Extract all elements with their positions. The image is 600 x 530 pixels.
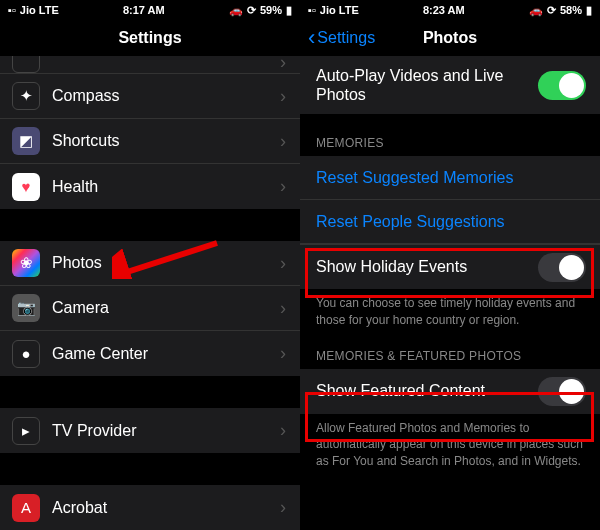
page-title: Settings: [118, 29, 181, 47]
car-icon: 🚗: [229, 4, 243, 17]
rotation-lock-icon: ⟳: [247, 4, 256, 17]
health-label: Health: [52, 178, 280, 196]
car-icon: 🚗: [529, 4, 543, 17]
row-acrobat[interactable]: AAcrobat›: [0, 485, 300, 530]
autoplay-row[interactable]: Auto-Play Videos and Live Photos: [300, 56, 600, 114]
tv-provider-label: TV Provider: [52, 422, 280, 440]
compass-label: Compass: [52, 87, 280, 105]
row-compass[interactable]: ✦Compass›: [0, 74, 300, 119]
row-health[interactable]: ♥Health›: [0, 164, 300, 209]
signal-icon: ▪▫: [308, 4, 316, 16]
annotation-box-holiday: [305, 248, 594, 298]
row-camera[interactable]: 📷Camera›: [0, 286, 300, 331]
photos-icon: ❀: [12, 249, 40, 277]
carrier-label: Jio LTE: [320, 4, 359, 16]
back-button[interactable]: ‹Settings: [308, 27, 375, 49]
header: Settings: [0, 20, 300, 56]
reset-memories-button[interactable]: Reset Suggested Memories: [300, 156, 600, 200]
chevron-right-icon: ›: [280, 497, 286, 518]
annotation-arrow: [112, 237, 222, 279]
header: ‹Settings Photos: [300, 20, 600, 56]
tv-provider-icon: ▸: [12, 417, 40, 445]
chevron-right-icon: ›: [280, 253, 286, 274]
game-center-icon: ●: [12, 340, 40, 368]
game-center-label: Game Center: [52, 345, 280, 363]
acrobat-label: Acrobat: [52, 499, 280, 517]
camera-icon: 📷: [12, 294, 40, 322]
shortcuts-icon: ◩: [12, 127, 40, 155]
chevron-left-icon: ‹: [308, 27, 315, 49]
photos-pane: ▪▫Jio LTE 8:23 AM 🚗⟳58%▮ ‹Settings Photo…: [300, 0, 600, 530]
signal-icon: ▪▫: [8, 4, 16, 16]
acrobat-icon: A: [12, 494, 40, 522]
unknown-icon: [12, 56, 40, 73]
row-unknown[interactable]: ›: [0, 56, 300, 74]
reset-people-label: Reset People Suggestions: [316, 213, 505, 231]
autoplay-switch[interactable]: [538, 71, 586, 100]
battery-label: 59%: [260, 4, 282, 16]
compass-icon: ✦: [12, 82, 40, 110]
camera-label: Camera: [52, 299, 280, 317]
back-label: Settings: [317, 29, 375, 47]
chevron-right-icon: ›: [280, 56, 286, 73]
chevron-right-icon: ›: [280, 298, 286, 319]
chevron-right-icon: ›: [280, 86, 286, 107]
chevron-right-icon: ›: [280, 131, 286, 152]
row-tv-provider[interactable]: ▸TV Provider›: [0, 408, 300, 453]
battery-icon: ▮: [586, 4, 592, 17]
battery-label: 58%: [560, 4, 582, 16]
clock-label: 8:17 AM: [123, 4, 165, 16]
status-bar: ▪▫Jio LTE 8:17 AM 🚗⟳59%▮: [0, 0, 300, 20]
rotation-lock-icon: ⟳: [547, 4, 556, 17]
battery-icon: ▮: [286, 4, 292, 17]
row-game-center[interactable]: ●Game Center›: [0, 331, 300, 376]
chevron-right-icon: ›: [280, 420, 286, 441]
chevron-right-icon: ›: [280, 176, 286, 197]
row-shortcuts[interactable]: ◩Shortcuts›: [0, 119, 300, 164]
svg-line-1: [124, 243, 217, 273]
memories-header: MEMORIES: [300, 114, 600, 156]
annotation-box-featured: [305, 392, 594, 442]
featured-header: MEMORIES & FEATURED PHOTOS: [300, 335, 600, 369]
settings-pane: ▪▫Jio LTE 8:17 AM 🚗⟳59%▮ Settings ›✦Comp…: [0, 0, 300, 530]
health-icon: ♥: [12, 173, 40, 201]
autoplay-label: Auto-Play Videos and Live Photos: [316, 66, 538, 104]
clock-label: 8:23 AM: [423, 4, 465, 16]
chevron-right-icon: ›: [280, 343, 286, 364]
shortcuts-label: Shortcuts: [52, 132, 280, 150]
status-bar: ▪▫Jio LTE 8:23 AM 🚗⟳58%▮: [300, 0, 600, 20]
carrier-label: Jio LTE: [20, 4, 59, 16]
reset-people-button[interactable]: Reset People Suggestions: [300, 200, 600, 244]
page-title: Photos: [423, 29, 477, 47]
reset-memories-label: Reset Suggested Memories: [316, 169, 513, 187]
